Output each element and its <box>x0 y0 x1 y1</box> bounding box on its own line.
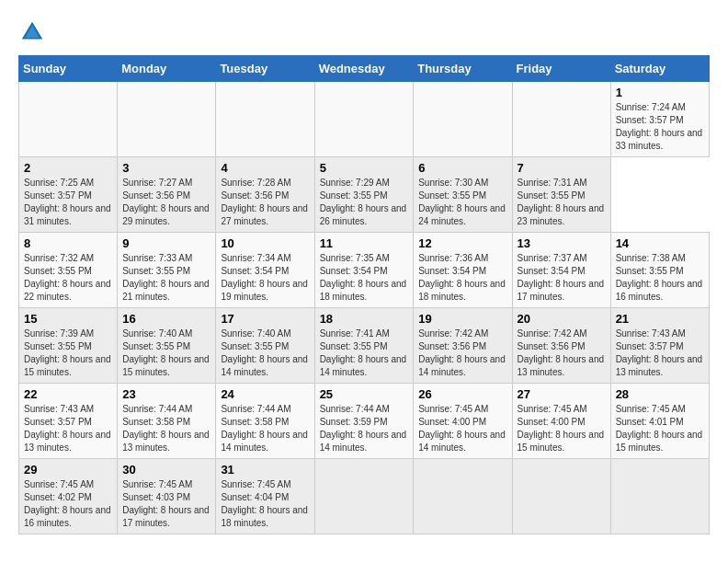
calendar-cell: 30 Sunrise: 7:45 AMSunset: 4:03 PMDaylig… <box>118 459 216 534</box>
calendar-cell: 5 Sunrise: 7:29 AMSunset: 3:55 PMDayligh… <box>314 157 414 233</box>
calendar-cell: 7 Sunrise: 7:31 AMSunset: 3:55 PMDayligh… <box>512 157 610 233</box>
calendar-week-row: 2 Sunrise: 7:25 AMSunset: 3:57 PMDayligh… <box>19 157 710 233</box>
column-header-saturday: Saturday <box>610 56 709 82</box>
calendar-cell: 22 Sunrise: 7:43 AMSunset: 3:57 PMDaylig… <box>19 384 118 459</box>
calendar-cell-empty <box>512 459 610 534</box>
calendar-cell-empty <box>414 82 512 157</box>
calendar-cell: 26 Sunrise: 7:45 AMSunset: 4:00 PMDaylig… <box>414 384 512 459</box>
calendar-cell: 12 Sunrise: 7:36 AMSunset: 3:54 PMDaylig… <box>414 233 512 308</box>
calendar-cell: 13 Sunrise: 7:37 AMSunset: 3:54 PMDaylig… <box>512 233 610 308</box>
calendar-cell: 8 Sunrise: 7:32 AMSunset: 3:55 PMDayligh… <box>19 233 118 308</box>
calendar-cell: 18 Sunrise: 7:41 AMSunset: 3:55 PMDaylig… <box>314 308 414 384</box>
calendar-cell: 20 Sunrise: 7:42 AMSunset: 3:56 PMDaylig… <box>512 308 610 384</box>
calendar-cell: 28 Sunrise: 7:45 AMSunset: 4:01 PMDaylig… <box>610 384 709 459</box>
calendar-cell-empty <box>118 82 216 157</box>
calendar-cell-empty <box>610 459 709 534</box>
column-header-friday: Friday <box>512 56 610 82</box>
column-header-sunday: Sunday <box>19 56 118 82</box>
calendar-week-row: 8 Sunrise: 7:32 AMSunset: 3:55 PMDayligh… <box>19 233 710 308</box>
calendar-cell: 21 Sunrise: 7:43 AMSunset: 3:57 PMDaylig… <box>610 308 709 384</box>
column-header-monday: Monday <box>118 56 216 82</box>
logo <box>18 18 50 46</box>
calendar-cell-empty <box>314 459 414 534</box>
calendar-cell-empty <box>512 82 610 157</box>
calendar-cell: 2 Sunrise: 7:25 AMSunset: 3:57 PMDayligh… <box>19 157 118 233</box>
calendar-cell: 29 Sunrise: 7:45 AMSunset: 4:02 PMDaylig… <box>19 459 118 534</box>
calendar-cell: 1 Sunrise: 7:24 AMSunset: 3:57 PMDayligh… <box>610 82 709 157</box>
calendar-table: SundayMondayTuesdayWednesdayThursdayFrid… <box>18 55 710 534</box>
calendar-cell: 11 Sunrise: 7:35 AMSunset: 3:54 PMDaylig… <box>314 233 414 308</box>
calendar-cell: 27 Sunrise: 7:45 AMSunset: 4:00 PMDaylig… <box>512 384 610 459</box>
calendar-cell-empty <box>216 82 314 157</box>
calendar-header-row: SundayMondayTuesdayWednesdayThursdayFrid… <box>19 56 710 82</box>
column-header-tuesday: Tuesday <box>216 56 314 82</box>
calendar-cell-empty <box>414 459 512 534</box>
calendar-cell: 31 Sunrise: 7:45 AMSunset: 4:04 PMDaylig… <box>216 459 314 534</box>
column-header-thursday: Thursday <box>414 56 512 82</box>
calendar-cell: 24 Sunrise: 7:44 AMSunset: 3:58 PMDaylig… <box>216 384 314 459</box>
calendar-week-row: 1 Sunrise: 7:24 AMSunset: 3:57 PMDayligh… <box>19 82 710 157</box>
calendar-cell: 16 Sunrise: 7:40 AMSunset: 3:55 PMDaylig… <box>118 308 216 384</box>
calendar-cell: 23 Sunrise: 7:44 AMSunset: 3:58 PMDaylig… <box>118 384 216 459</box>
calendar-cell: 4 Sunrise: 7:28 AMSunset: 3:56 PMDayligh… <box>216 157 314 233</box>
calendar-cell: 9 Sunrise: 7:33 AMSunset: 3:55 PMDayligh… <box>118 233 216 308</box>
calendar-cell: 25 Sunrise: 7:44 AMSunset: 3:59 PMDaylig… <box>314 384 414 459</box>
calendar-cell: 14 Sunrise: 7:38 AMSunset: 3:55 PMDaylig… <box>610 233 709 308</box>
calendar-cell: 19 Sunrise: 7:42 AMSunset: 3:56 PMDaylig… <box>414 308 512 384</box>
column-header-wednesday: Wednesday <box>314 56 414 82</box>
calendar-cell: 17 Sunrise: 7:40 AMSunset: 3:55 PMDaylig… <box>216 308 314 384</box>
calendar-cell: 10 Sunrise: 7:34 AMSunset: 3:54 PMDaylig… <box>216 233 314 308</box>
calendar-week-row: 15 Sunrise: 7:39 AMSunset: 3:55 PMDaylig… <box>19 308 710 384</box>
calendar-week-row: 29 Sunrise: 7:45 AMSunset: 4:02 PMDaylig… <box>19 459 710 534</box>
calendar-cell: 6 Sunrise: 7:30 AMSunset: 3:55 PMDayligh… <box>414 157 512 233</box>
calendar-week-row: 22 Sunrise: 7:43 AMSunset: 3:57 PMDaylig… <box>19 384 710 459</box>
page-header <box>18 18 710 46</box>
logo-icon <box>18 18 46 46</box>
calendar-cell: 3 Sunrise: 7:27 AMSunset: 3:56 PMDayligh… <box>118 157 216 233</box>
calendar-cell-empty <box>314 82 414 157</box>
calendar-cell-empty <box>19 82 118 157</box>
calendar-cell: 15 Sunrise: 7:39 AMSunset: 3:55 PMDaylig… <box>19 308 118 384</box>
